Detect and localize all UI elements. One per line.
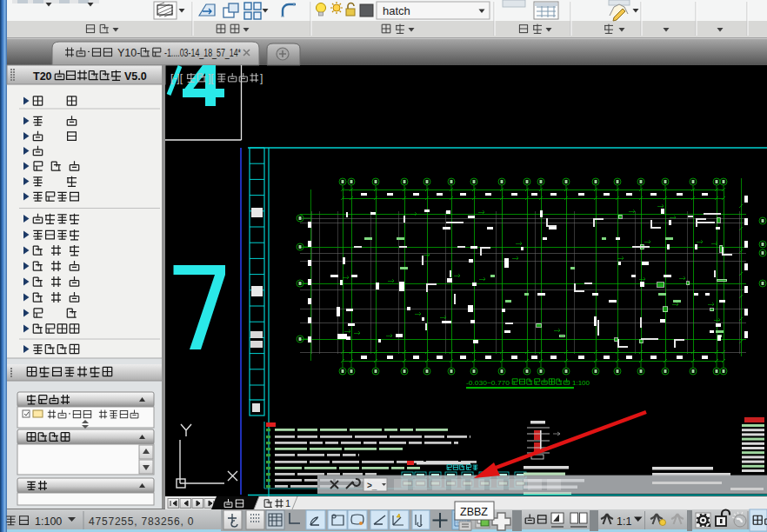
- svg-text:-1....03-14_18_57_14*: -1....03-14_18_57_14*: [164, 47, 241, 59]
- svg-text:-0.030~0.770: -0.030~0.770: [466, 379, 510, 387]
- svg-text:1: 1: [285, 498, 290, 509]
- svg-text:]: ]: [260, 72, 263, 84]
- svg-text:hatch: hatch: [383, 4, 410, 17]
- svg-text:Y10-: Y10-: [117, 47, 140, 59]
- svg-text:>_: >_: [367, 481, 377, 490]
- svg-text:4757255, 783256, 0: 4757255, 783256, 0: [89, 515, 194, 528]
- svg-text:1:1: 1:1: [617, 515, 631, 528]
- svg-text:ZBBZ: ZBBZ: [460, 506, 488, 518]
- svg-text:T20: T20: [33, 70, 52, 83]
- svg-text:V5.0: V5.0: [124, 70, 147, 83]
- svg-text:][: ][: [208, 72, 214, 84]
- svg-text:[-][: [-][: [170, 72, 183, 84]
- svg-text:1:100: 1:100: [35, 515, 62, 528]
- svg-text:1:100: 1:100: [572, 379, 590, 387]
